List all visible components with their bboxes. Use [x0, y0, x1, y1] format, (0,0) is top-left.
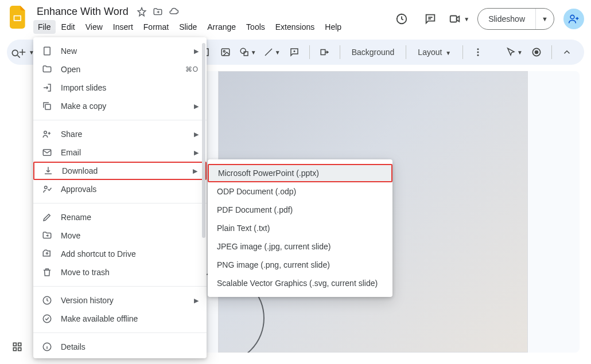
file-menu-share[interactable]: Share▶ [33, 125, 207, 143]
menu-item-label: Move [61, 231, 199, 240]
menu-extensions[interactable]: Extensions [271, 20, 319, 34]
svg-rect-24 [18, 348, 21, 351]
comments-icon[interactable] [420, 9, 441, 29]
email-icon [41, 147, 53, 158]
menu-tools[interactable]: Tools [242, 20, 270, 34]
last-edit-icon[interactable] [391, 9, 412, 29]
menu-file[interactable]: File [33, 20, 56, 34]
file-menu-rename[interactable]: Rename [33, 208, 207, 226]
file-menu-make-a-copy[interactable]: Make a copy▶ [33, 97, 207, 115]
menu-item-label: Open [61, 65, 177, 74]
move-folder-icon[interactable] [153, 7, 163, 17]
menu-item-label: Details [61, 342, 199, 351]
svg-point-15 [477, 48, 479, 50]
menu-item-label: Import slides [61, 83, 199, 92]
open-icon [41, 64, 53, 75]
comment-button[interactable] [285, 43, 304, 61]
svg-point-27 [44, 131, 47, 134]
file-menu-import-slides[interactable]: Import slides [33, 79, 207, 97]
menu-item-label: Share [61, 130, 186, 139]
file-menu-new[interactable]: New▶ [33, 42, 207, 60]
download-option-3[interactable]: Plain Text (.txt) [208, 219, 392, 237]
document-title[interactable]: Enhance With Word [34, 5, 131, 19]
insert-image-button[interactable] [216, 43, 235, 61]
menu-item-label: Make available offline [61, 314, 199, 323]
copy-icon [41, 101, 53, 111]
slides-app-logo[interactable] [7, 6, 30, 29]
slideshow-dropdown-caret[interactable]: ▼ [535, 9, 554, 29]
grid-view-icon[interactable] [8, 338, 26, 356]
menu-item-label: New [61, 46, 186, 56]
svg-point-29 [45, 186, 48, 189]
import-icon [41, 83, 53, 93]
layout-button[interactable]: Layout ▼ [412, 48, 457, 57]
new-icon [41, 46, 53, 56]
svg-rect-25 [44, 47, 50, 55]
file-menu-open[interactable]: Open⌘O [33, 60, 207, 79]
download-option-1[interactable]: ODP Document (.odp) [208, 182, 392, 201]
menu-divider [33, 332, 207, 333]
scrollbar-thumb[interactable] [202, 43, 205, 238]
menu-arrange[interactable]: Arrange [203, 20, 240, 34]
svg-rect-10 [221, 49, 230, 56]
file-menu-move[interactable]: Move [33, 226, 207, 245]
submenu-arrow-icon: ▶ [194, 297, 199, 304]
menu-item-label: Make a copy [61, 101, 186, 111]
file-menu-make-available-offline[interactable]: Make available offline [33, 310, 207, 328]
download-option-2[interactable]: PDF Document (.pdf) [208, 201, 392, 219]
svg-rect-22 [18, 343, 21, 346]
slideshow-button[interactable]: Slideshow [478, 9, 535, 29]
menu-view[interactable]: View [81, 20, 107, 34]
star-icon[interactable] [137, 7, 147, 17]
file-menu-approvals[interactable]: Approvals [33, 180, 207, 198]
collapse-toolbar-icon[interactable] [558, 43, 576, 61]
file-menu-add-shortcut-to-drive[interactable]: Add shortcut to Drive [33, 245, 207, 263]
menu-format[interactable]: Format [139, 20, 173, 34]
present-meet-button[interactable]: ▼ [449, 13, 469, 25]
svg-point-17 [477, 54, 479, 56]
background-button[interactable]: Background [346, 48, 401, 57]
info-icon [41, 342, 53, 352]
file-menu-move-to-trash[interactable]: Move to trash [33, 263, 207, 281]
menubar: FileEditViewInsertFormatSlideArrangeTool… [33, 19, 391, 37]
menu-item-label: Version history [61, 296, 186, 305]
transition-button[interactable] [316, 43, 334, 61]
file-menu-download[interactable]: Download▶ [33, 162, 207, 180]
download-option-4[interactable]: JPEG image (.jpg, current slide) [208, 237, 392, 256]
search-menus-icon[interactable] [7, 45, 25, 63]
download-option-0[interactable]: Microsoft PowerPoint (.pptx) [208, 164, 392, 182]
menu-slide[interactable]: Slide [174, 20, 201, 34]
file-menu-version-history[interactable]: Version history▶ [33, 291, 207, 310]
line-button[interactable]: ▼ [261, 43, 283, 61]
download-option-5[interactable]: PNG image (.png, current slide) [208, 256, 392, 274]
cloud-status-icon[interactable] [169, 7, 179, 17]
rename-icon [41, 212, 53, 222]
approvals-icon [41, 184, 53, 194]
svg-rect-13 [244, 52, 248, 56]
menu-insert[interactable]: Insert [108, 20, 138, 34]
svg-point-20 [12, 50, 18, 56]
move-icon [41, 230, 53, 241]
menu-divider [33, 120, 207, 120]
menu-item-label: Rename [61, 213, 199, 222]
file-menu-email[interactable]: Email▶ [33, 143, 207, 162]
pointer-tool-button[interactable]: ▼ [503, 43, 525, 61]
file-menu-dropdown: New▶Open⌘OImport slidesMake a copy▶Share… [33, 37, 207, 358]
submenu-arrow-icon: ▶ [194, 149, 199, 156]
menu-help[interactable]: Help [320, 20, 346, 34]
submenu-arrow-icon: ▶ [194, 103, 199, 110]
download-option-6[interactable]: Scalable Vector Graphics (.svg, current … [208, 274, 392, 292]
share-button[interactable] [563, 9, 584, 29]
download-submenu: Microsoft PowerPoint (.pptx)ODP Document… [208, 159, 392, 297]
menu-edit[interactable]: Edit [57, 20, 80, 34]
keyboard-shortcut: ⌘O [185, 65, 199, 73]
file-menu-details[interactable]: Details [33, 338, 207, 356]
shape-button[interactable]: ▼ [237, 43, 259, 61]
more-options-icon[interactable] [469, 43, 487, 61]
svg-point-16 [477, 52, 479, 53]
svg-point-19 [535, 51, 538, 54]
menu-item-label: Download [62, 166, 185, 175]
motion-rec-icon[interactable] [527, 43, 546, 61]
menu-item-label: Add shortcut to Drive [61, 249, 199, 259]
menu-item-label: Approvals [61, 185, 199, 194]
